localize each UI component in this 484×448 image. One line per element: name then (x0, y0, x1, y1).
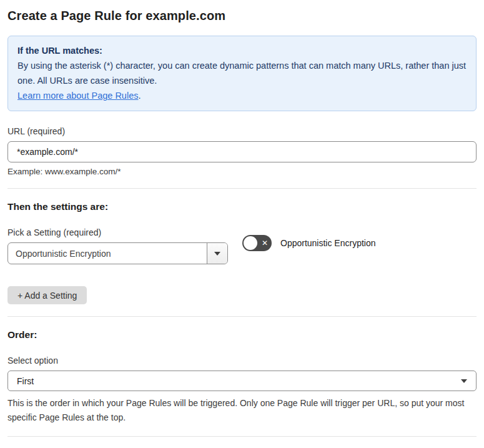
info-box-link-line: Learn more about Page Rules. (17, 88, 467, 103)
opportunistic-encryption-toggle[interactable]: ✕ (242, 235, 272, 251)
url-field-label: URL (required) (7, 126, 477, 136)
setting-row: Pick a Setting (required) Opportunistic … (7, 227, 477, 264)
divider (7, 436, 477, 437)
order-help-text: This is the order in which your Page Rul… (7, 396, 477, 425)
chevron-down-icon (214, 252, 220, 256)
order-select-value: First (17, 376, 34, 386)
url-matches-info-box: If the URL matches: By using the asteris… (7, 36, 477, 111)
url-example-help: Example: www.example.com/* (7, 167, 477, 176)
divider (7, 188, 477, 189)
link-suffix: . (138, 91, 141, 101)
setting-dropdown[interactable]: Opportunistic Encryption (7, 242, 228, 264)
toggle-label: Opportunistic Encryption (280, 238, 376, 248)
toggle-knob (244, 236, 257, 250)
info-box-heading: If the URL matches: (17, 43, 467, 58)
add-setting-button[interactable]: + Add a Setting (7, 286, 87, 304)
chevron-down-icon (461, 379, 467, 383)
url-input[interactable] (7, 141, 477, 162)
setting-dropdown-value: Opportunistic Encryption (8, 243, 207, 264)
setting-dropdown-arrow-button[interactable] (207, 243, 227, 264)
setting-picker-label: Pick a Setting (required) (7, 227, 228, 237)
info-box-body: By using the asterisk (*) character, you… (17, 58, 467, 88)
setting-picker-column: Pick a Setting (required) Opportunistic … (7, 227, 228, 264)
setting-toggle-group: ✕ Opportunistic Encryption (242, 235, 376, 251)
order-select-label: Select option (7, 356, 477, 366)
toggle-off-x-icon: ✕ (262, 239, 268, 247)
learn-more-link[interactable]: Learn more about Page Rules (17, 91, 138, 101)
order-section-heading: Order: (7, 329, 477, 341)
settings-section-heading: Then the settings are: (7, 201, 477, 212)
order-select[interactable]: First (7, 371, 477, 391)
page-title: Create a Page Rule for example.com (7, 9, 477, 23)
divider (7, 316, 477, 317)
